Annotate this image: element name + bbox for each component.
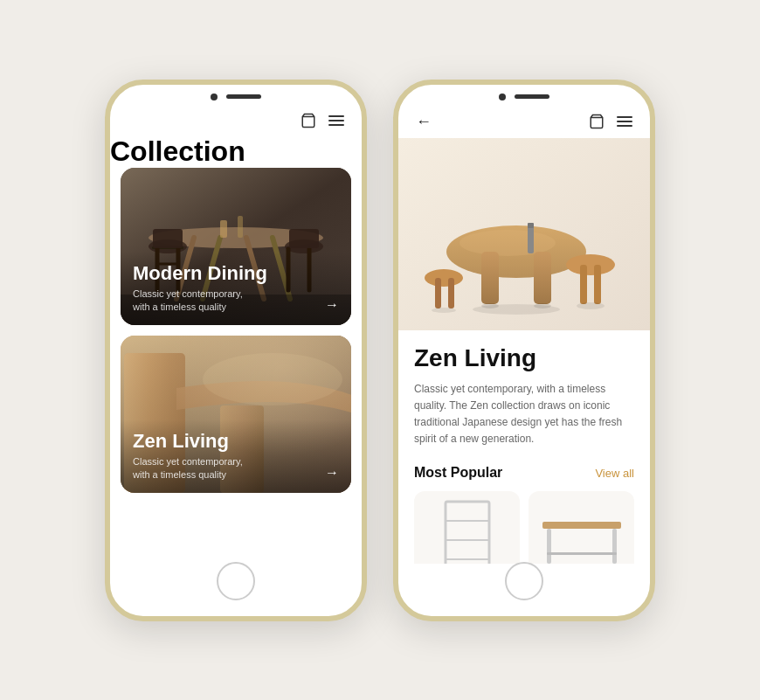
product-image	[398, 138, 650, 330]
product-card-bookshelf[interactable]	[414, 491, 520, 563]
home-button-right[interactable]	[505, 562, 543, 600]
front-camera	[211, 94, 218, 100]
products-grid	[414, 491, 634, 563]
detail-description: Classic yet contemporary, with a timeles…	[414, 381, 634, 448]
svg-point-24	[203, 353, 342, 405]
view-all-button[interactable]: View all	[595, 467, 634, 480]
svg-rect-35	[594, 265, 601, 304]
menu-icon[interactable]	[328, 115, 344, 126]
svg-rect-29	[481, 252, 499, 304]
most-popular-header: Most Popular View all	[414, 465, 634, 481]
svg-rect-49	[547, 529, 551, 563]
app-header	[110, 106, 362, 135]
card-zen-title: Zen Living	[133, 430, 339, 453]
svg-point-43	[473, 304, 560, 315]
svg-rect-50	[612, 529, 617, 563]
card-dining-title: Modern Dining	[133, 262, 339, 285]
svg-rect-38	[435, 278, 441, 308]
svg-rect-30	[534, 252, 551, 304]
svg-point-37	[425, 269, 463, 287]
svg-point-36	[577, 302, 605, 309]
coffee-table-svg	[398, 138, 650, 330]
detail-header: ←	[398, 106, 650, 138]
cart-icon-right[interactable]	[589, 114, 605, 129]
svg-rect-17	[220, 220, 227, 238]
left-phone: Collection	[105, 80, 367, 621]
right-phone: ←	[393, 80, 655, 621]
svg-rect-48	[542, 522, 621, 529]
most-popular-title: Most Popular	[414, 465, 502, 481]
cart-icon[interactable]	[301, 113, 316, 128]
card-zen-living[interactable]: Zen Living Classic yet contemporary,with…	[121, 336, 351, 493]
svg-rect-42	[528, 223, 534, 228]
home-button[interactable]	[217, 562, 255, 600]
back-button[interactable]: ←	[416, 113, 432, 131]
svg-rect-51	[547, 552, 617, 555]
card-zen-subtitle: Classic yet contemporary,with a timeless…	[133, 455, 339, 482]
svg-rect-44	[446, 502, 489, 563]
svg-point-33	[566, 254, 615, 275]
detail-body: Zen Living Classic yet contemporary, wit…	[398, 330, 650, 564]
card-dining-overlay: Modern Dining Classic yet contemporary,w…	[121, 252, 351, 324]
phone-notch-right	[398, 85, 650, 106]
svg-rect-16	[289, 229, 319, 248]
svg-rect-34	[580, 265, 587, 304]
collection-cards: Modern Dining Classic yet contemporary,w…	[110, 168, 362, 510]
speaker	[226, 94, 261, 99]
svg-rect-39	[448, 278, 454, 308]
svg-rect-18	[238, 216, 243, 238]
svg-rect-12	[153, 229, 183, 248]
card-zen-overlay: Zen Living Classic yet contemporary,with…	[121, 419, 351, 492]
speaker-right	[515, 94, 549, 99]
card-zen-arrow[interactable]: →	[325, 465, 339, 481]
card-dining-arrow[interactable]: →	[325, 297, 339, 313]
product-card-desk[interactable]	[529, 491, 634, 563]
card-dining-subtitle: Classic yet contemporary,with a timeless…	[133, 288, 339, 315]
menu-icon-right[interactable]	[617, 116, 632, 127]
svg-rect-41	[528, 225, 534, 253]
card-modern-dining[interactable]: Modern Dining Classic yet contemporary,w…	[121, 168, 351, 325]
phone-notch	[110, 85, 362, 106]
detail-title: Zen Living	[414, 344, 634, 372]
page-title: Collection	[110, 135, 362, 168]
bookshelf-icon	[441, 500, 494, 563]
front-camera-right	[499, 94, 506, 100]
svg-point-40	[432, 308, 456, 313]
desk-icon	[538, 509, 625, 563]
